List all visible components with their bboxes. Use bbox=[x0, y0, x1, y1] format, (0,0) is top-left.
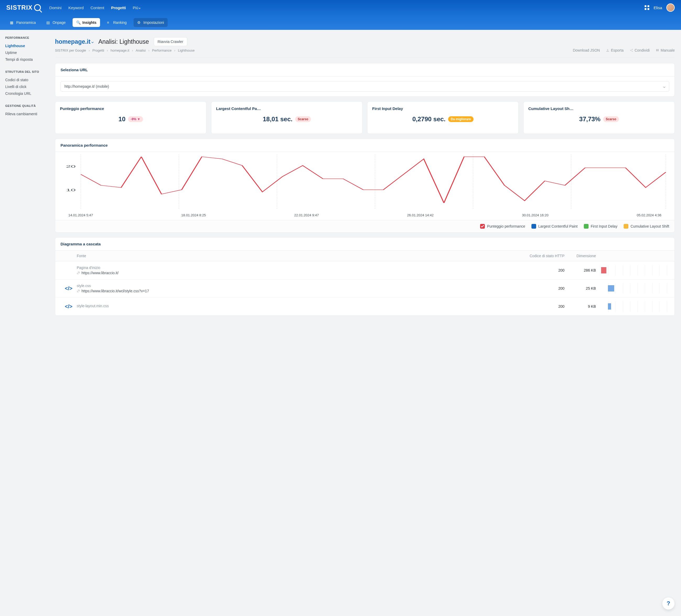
url-select-dropdown[interactable]: http://homepage.it/ (mobile) ⌵ bbox=[60, 81, 669, 92]
user-name[interactable]: Elisa bbox=[654, 5, 662, 10]
legend-item[interactable]: Punteggio performance bbox=[480, 224, 525, 229]
source-url[interactable]: https://www.libraccio.it/ bbox=[77, 271, 528, 275]
table-row[interactable]: </>style-layout.min.css2009 KB bbox=[55, 298, 675, 315]
table-row[interactable]: Pagina d'iniziohttps://www.libraccio.it/… bbox=[55, 261, 675, 279]
http-status: 200 bbox=[528, 286, 564, 290]
source-name: style.css bbox=[77, 284, 528, 288]
sidebar-link-lighthouse[interactable]: Lighthouse bbox=[5, 43, 44, 49]
breadcrumb-item[interactable]: Progetti bbox=[93, 48, 104, 52]
sidebar-link-rileva-cambiamenti[interactable]: Rileva cambiamenti bbox=[5, 110, 44, 117]
file-size: 9 KB bbox=[564, 304, 596, 309]
kpi-title: First Input Delay bbox=[372, 106, 514, 111]
breadcrumb-item[interactable]: Lighthouse bbox=[178, 48, 195, 52]
manual-link[interactable]: Manuale bbox=[656, 48, 675, 52]
legend-swatch bbox=[480, 224, 485, 229]
legend-swatch bbox=[531, 224, 536, 229]
external-link-icon bbox=[77, 289, 80, 292]
sidebar-link-codici-di-stato[interactable]: Codici di stato bbox=[5, 76, 44, 83]
legend-item[interactable]: Largest Contentful Paint bbox=[531, 224, 578, 229]
chart-title: Panoramica performance bbox=[55, 139, 675, 152]
performance-chart-card: Panoramica performance 20 10 14.01.2024 … bbox=[55, 138, 675, 233]
subnav-onpage[interactable]: ▤Onpage bbox=[43, 18, 69, 27]
kpi-title: Cumulative Layout Sh… bbox=[528, 106, 670, 111]
x-axis-label: 22.01.2024 9:47 bbox=[294, 213, 319, 217]
subnav-insights[interactable]: 🔍Insights bbox=[73, 18, 100, 27]
brand-logo[interactable]: SISTRIX bbox=[6, 4, 41, 11]
svg-text:20: 20 bbox=[66, 164, 76, 168]
legend-item[interactable]: First Input Delay bbox=[584, 224, 617, 229]
export-link[interactable]: Esporta bbox=[606, 48, 623, 52]
subnav-ranking[interactable]: ≡Ranking bbox=[103, 18, 130, 27]
legend-item[interactable]: Cumulative Layout Shift bbox=[624, 224, 669, 229]
kpi-value: 10 bbox=[118, 116, 125, 123]
topnav-link-più[interactable]: Più ▾ bbox=[133, 5, 141, 10]
kpi-value: 18,01 sec. bbox=[263, 116, 292, 123]
x-axis-label: 30.01.2024 16:20 bbox=[522, 213, 549, 217]
kpi-badge: Scarso bbox=[295, 116, 311, 122]
sidebar-link-livelli-di-click[interactable]: Livelli di click bbox=[5, 83, 44, 90]
topnav-link-domini[interactable]: Domini bbox=[49, 5, 61, 10]
kpi-value: 37,73% bbox=[579, 116, 600, 123]
share-link[interactable]: Condividi bbox=[630, 48, 650, 52]
source-url[interactable]: https://www.libraccio.it/wcl/style.css?v… bbox=[77, 289, 528, 293]
http-status: 200 bbox=[528, 304, 564, 309]
breadcrumb-item[interactable]: Analisi bbox=[136, 48, 146, 52]
x-axis-label: 05.02.2024 4:36 bbox=[637, 213, 661, 217]
kpi-card[interactable]: First Input Delay0,2790 sec.Da migliorar… bbox=[367, 101, 519, 134]
legend-swatch bbox=[624, 224, 628, 229]
gear-icon: ⚙ bbox=[137, 20, 142, 25]
top-nav: SISTRIX DominiKeywordContentProgettiPiù … bbox=[0, 0, 681, 15]
topnav-link-progetti[interactable]: Progetti bbox=[111, 5, 126, 10]
subnav-panoramica[interactable]: ▦Panoramica bbox=[6, 18, 40, 27]
restart-crawler-button[interactable]: Riavvia Crawler bbox=[154, 37, 187, 46]
external-link-icon bbox=[77, 271, 80, 275]
kpi-card[interactable]: Largest Contentful Pa…18,01 sec.Scarso bbox=[211, 101, 362, 134]
book-icon bbox=[656, 49, 659, 52]
source-name: style-layout.min.css bbox=[77, 304, 528, 308]
magnify-icon bbox=[34, 4, 41, 11]
sidebar-link-uptime[interactable]: Uptime bbox=[5, 49, 44, 56]
page-title: Analisi: Lighthouse bbox=[98, 38, 149, 45]
http-status: 200 bbox=[528, 268, 564, 273]
file-size: 25 KB bbox=[564, 286, 596, 290]
chevron-down-icon: ⌵ bbox=[663, 84, 665, 88]
list-icon: ≡ bbox=[107, 20, 111, 25]
page-icon: ▤ bbox=[46, 20, 51, 25]
kpi-badge: -9% ▼ bbox=[128, 116, 143, 122]
breadcrumb-item[interactable]: homepage.it bbox=[110, 48, 129, 52]
sidebar-heading: PERFORMANCE bbox=[5, 36, 44, 39]
help-button[interactable]: ? bbox=[662, 597, 675, 610]
x-axis-label: 14.01.2024 5:47 bbox=[68, 213, 93, 217]
main-content: homepage.it⌵ Analisi: Lighthouse Riavvia… bbox=[49, 30, 681, 616]
kpi-title: Punteggio performance bbox=[60, 106, 201, 111]
download-icon bbox=[606, 49, 609, 52]
x-axis-label: 26.01.2024 14:42 bbox=[407, 213, 433, 217]
topnav-link-keyword[interactable]: Keyword bbox=[68, 5, 83, 10]
search-icon: 🔍 bbox=[76, 20, 80, 25]
download-json-link[interactable]: Download JSON bbox=[573, 48, 600, 52]
dashboard-icon: ▦ bbox=[10, 20, 14, 25]
code-icon: </> bbox=[65, 304, 73, 310]
sidebar-heading: GESTIONE QUALITÀ bbox=[5, 104, 44, 107]
kpi-value: 0,2790 sec. bbox=[412, 116, 446, 123]
kpi-card[interactable]: Punteggio performance10-9% ▼ bbox=[55, 101, 206, 134]
avatar[interactable] bbox=[666, 3, 675, 12]
breadcrumb-item[interactable]: Performance bbox=[152, 48, 172, 52]
timeline-bar bbox=[601, 267, 606, 274]
subnav-impostazioni[interactable]: ⚙Impostazioni bbox=[133, 18, 168, 27]
kpi-card[interactable]: Cumulative Layout Sh…37,73%Scarso bbox=[523, 101, 675, 134]
topnav-link-content[interactable]: Content bbox=[91, 5, 104, 10]
kpi-title: Largest Contentful Pa… bbox=[216, 106, 357, 111]
table-row[interactable]: </>style.csshttps://www.libraccio.it/wcl… bbox=[55, 279, 675, 298]
sidebar-link-tempi-di-risposta[interactable]: Tempi di risposta bbox=[5, 56, 44, 63]
kpi-badge: Scarso bbox=[603, 116, 619, 122]
sidebar-link-cronologia-url[interactable]: Cronologia URL bbox=[5, 90, 44, 97]
sub-nav: ▦Panoramica▤Onpage🔍Insights≡Ranking⚙Impo… bbox=[0, 15, 681, 30]
waterfall-card: Diagramma a cascata Fonte Codice di stat… bbox=[55, 237, 675, 316]
apps-grid-icon[interactable] bbox=[645, 5, 649, 10]
domain-selector[interactable]: homepage.it⌵ bbox=[55, 38, 94, 45]
svg-point-1 bbox=[630, 50, 631, 51]
breadcrumb-item[interactable]: SISTRIX per Google bbox=[55, 48, 86, 52]
timeline-bar bbox=[608, 303, 611, 310]
code-icon: </> bbox=[65, 285, 73, 291]
